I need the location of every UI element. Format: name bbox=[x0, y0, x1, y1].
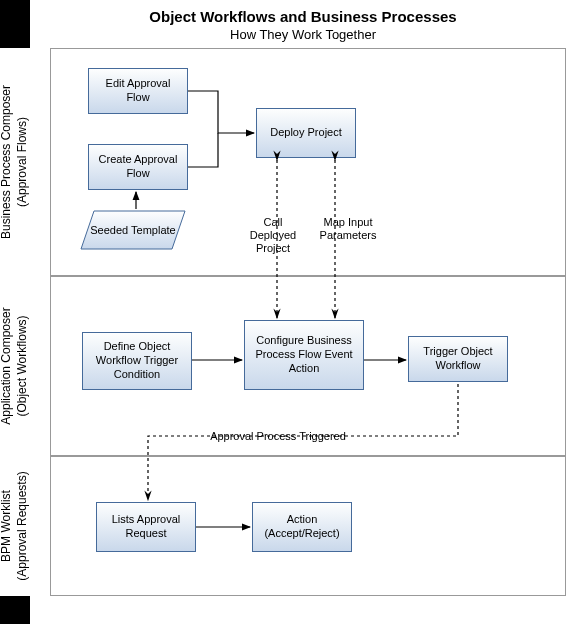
box-trigger-workflow: Trigger Object Workflow bbox=[408, 336, 508, 382]
swimlane-label-bpm: BPM Worklist(Approval Requests) bbox=[0, 456, 30, 596]
box-define-trigger: Define Object Workflow Trigger Condition bbox=[82, 332, 192, 390]
swimlane-label-app: Application Composer(Object Workflows) bbox=[0, 276, 30, 456]
box-lists-approval: Lists Approval Request bbox=[96, 502, 196, 552]
diagram-canvas: Object Workflows and Business Processes … bbox=[30, 0, 576, 624]
box-create-approval: Create Approval Flow bbox=[88, 144, 188, 190]
box-configure-bpf: Configure Business Process Flow Event Ac… bbox=[244, 320, 364, 390]
label-call-deployed: Call Deployed Project bbox=[243, 216, 303, 256]
box-seeded-template: Seeded Template bbox=[80, 210, 186, 250]
box-action-accept: Action (Accept/Reject) bbox=[252, 502, 352, 552]
box-deploy-project: Deploy Project bbox=[256, 108, 356, 158]
swimlane-label-bpc: Business Process Composer(Approval Flows… bbox=[0, 48, 30, 276]
diagram-title: Object Workflows and Business Processes bbox=[30, 0, 576, 25]
label-approval-triggered: Approval Process Triggered bbox=[188, 430, 368, 443]
diagram-subtitle: How They Work Together bbox=[30, 25, 576, 50]
label-map-input: Map Input Parameters bbox=[313, 216, 383, 242]
box-edit-approval: Edit Approval Flow bbox=[88, 68, 188, 114]
